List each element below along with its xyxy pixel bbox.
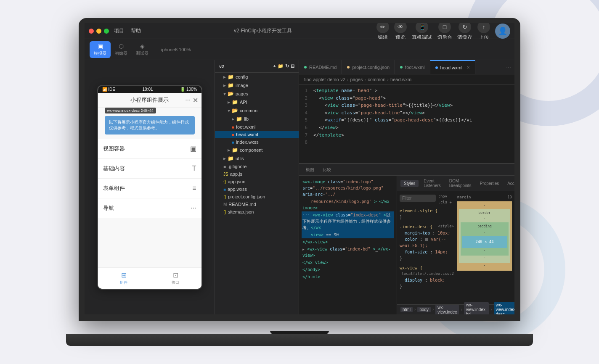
phone-content: wx-view.index-desc 240×44 以下将展示小程序官方组件能力… [98, 108, 201, 267]
html-tree-line-4[interactable]: view> == $0 [302, 231, 394, 238]
chevron-icon: ▶ [228, 148, 230, 152]
highlight-text: 以下将展示小程序官方组件能力，组件样式仅供参考，程式仅供参考。 [109, 119, 191, 131]
phone-list-item-2[interactable]: 表单组件 ≡ [98, 179, 201, 198]
toolbar-preview[interactable]: 👁 预览 [394, 23, 407, 41]
tree-item-head-wxml[interactable]: ■ head.wxml [215, 131, 299, 138]
toolbar-upload[interactable]: ↑ 上传 [477, 23, 490, 41]
menu-item-help[interactable]: 帮助 [131, 27, 141, 34]
background-icon: □ [438, 23, 451, 33]
phone-title-more[interactable]: ··· ✕ [185, 96, 198, 104]
tree-item-app-js[interactable]: JS app.js [215, 170, 299, 178]
component-nav-label: 组件 [120, 280, 127, 285]
device-btn-test[interactable]: ◈ 测试器 [132, 41, 153, 58]
styles-filter-input[interactable] [400, 195, 436, 202]
tree-item-readme[interactable]: M README.md [215, 200, 299, 208]
tab-head-wxml[interactable]: head.wxml ✕ [430, 60, 476, 74]
tab-close-icon[interactable]: ✕ [466, 65, 470, 70]
elem-tag-body[interactable]: body [417, 307, 431, 312]
breadcrumb-common[interactable]: common [368, 77, 385, 82]
tree-item-project-config[interactable]: {} project.config.json [215, 193, 299, 200]
html-tree-line-3[interactable]: ··· <wx-view class="index-desc" >以下将展示小程… [302, 211, 394, 231]
device-btn-initial[interactable]: ⬡ 初始器 [111, 41, 132, 58]
phone-list-item-0[interactable]: 视图容器 ▣ [98, 139, 201, 159]
device-selector-bar: ▣ 模拟器 ⬡ 初始器 ◈ 测试器 iphone6 100% [85, 39, 514, 60]
tree-item-sitemap[interactable]: {} sitemap.json [215, 208, 299, 216]
toolbar-simulator[interactable]: 📱 真机调试 [412, 23, 432, 41]
phone-nav-interface[interactable]: ⊡ 接口 [150, 268, 201, 289]
html-tree-line-7[interactable]: </wx-view> [302, 259, 394, 266]
phone-list-item-1[interactable]: 基础内容 T [98, 159, 201, 179]
tree-item-api[interactable]: ▶ 📁 API [215, 98, 299, 106]
initial-mode-icon: ⬡ [119, 43, 124, 50]
toolbar-cache[interactable]: ↻ 清缓存 [457, 23, 472, 41]
tree-item-utils[interactable]: ▶ 📁 utils [215, 154, 299, 163]
inspector-tab-compare[interactable]: 比较 [319, 166, 334, 174]
refresh-icon[interactable]: ↻ [285, 63, 289, 69]
tree-item-lib[interactable]: ▶ 📁 lib [215, 115, 299, 123]
phone-title-bar: 小程序组件展示 ··· ✕ [98, 93, 201, 108]
tree-item-gitignore[interactable]: ■ .gitignore [215, 163, 299, 170]
collapse-icon[interactable]: ⊟ [291, 63, 294, 69]
tree-item-component[interactable]: ▶ 📁 component [215, 146, 299, 154]
device-btn-simulator[interactable]: ▣ 模拟器 [90, 41, 111, 58]
tab-dot [435, 66, 438, 69]
tree-item-label: project.config.json [228, 194, 265, 199]
tree-item-label: sitemap.json [228, 209, 254, 214]
minimize-button[interactable] [96, 29, 101, 34]
tree-item-index-wxss[interactable]: ■ index.wxss [215, 138, 299, 146]
tree-item-config[interactable]: ▶ 📁 config [215, 73, 299, 81]
simulator-mode-label: 模拟器 [94, 50, 106, 56]
maximize-button[interactable] [104, 29, 109, 34]
toolbar-background[interactable]: □ 切后台 [437, 23, 452, 41]
new-folder-icon[interactable]: 📁 [278, 63, 284, 69]
element-breadcrumb: html › body › wx-view.index › wx-view.in… [397, 304, 514, 314]
html-tree-line-8[interactable]: </body> [302, 266, 394, 273]
laptop-base [66, 334, 533, 346]
breadcrumb-file[interactable]: head.wxml [390, 77, 413, 82]
html-tree-line-6[interactable]: ▶ <wx-view class="index-bd" >_</wx-view> [302, 245, 394, 259]
phone-container: 📶 IDE 10:01 🔋 100% 小程序组件展示 ··· ✕ [85, 60, 215, 314]
box-content-size: 240 × 44 [475, 240, 493, 244]
styles-tab-properties[interactable]: Properties [477, 180, 503, 187]
filter-hint: :hov .cls + [438, 194, 454, 205]
file-icon: {} [223, 210, 226, 214]
elem-tag-wx-view-hd[interactable]: wx-view.index-hd [464, 302, 489, 314]
html-tree-line-9[interactable]: </html> [302, 273, 394, 280]
breadcrumb-root[interactable]: fino-applet-demo-v2 [304, 77, 345, 82]
phone-nav-component[interactable]: ⊞ 组件 [98, 268, 150, 289]
tree-item-image[interactable]: ▶ 📁 image [215, 81, 299, 90]
file-icon: ■ [223, 187, 226, 192]
code-editor[interactable]: 1 <template name="head" > 2 [299, 84, 514, 163]
tab-foot-wxml[interactable]: foot.wxml [395, 60, 430, 74]
styles-tab-styles[interactable]: Styles [400, 180, 419, 187]
elem-tag-wx-view-desc[interactable]: wx-view.index-desc [494, 302, 514, 314]
styles-tab-dom[interactable]: DOM Breakpoints [446, 177, 475, 189]
tree-item-common[interactable]: ▶ 📂 common [215, 106, 299, 115]
close-button[interactable] [89, 29, 94, 34]
file-icon: ■ [232, 140, 234, 145]
user-avatar[interactable]: 👤 [495, 24, 510, 39]
breadcrumb-pages[interactable]: pages [350, 77, 363, 82]
html-tree-line-2[interactable]: resources/kind/logo.png" >_</wx-image> [302, 198, 394, 211]
html-tree-line-5[interactable]: </wx-view> [302, 238, 394, 245]
file-icon: M [223, 202, 227, 207]
tree-item-pages[interactable]: ▶ 📂 pages [215, 90, 299, 98]
tree-item-foot-wxml[interactable]: ■ foot.wxml [215, 123, 299, 131]
tree-item-app-wxss[interactable]: ■ app.wxss [215, 185, 299, 193]
styles-tab-events[interactable]: Event Listeners [420, 177, 444, 189]
tab-project-config[interactable]: project.config.json [342, 60, 395, 74]
menu-item-project[interactable]: 项目 [114, 27, 124, 34]
elem-tag-html[interactable]: html [400, 307, 413, 312]
laptop-notch [270, 331, 329, 334]
tree-item-app-json[interactable]: {} app.json [215, 178, 299, 185]
tab-more-button[interactable]: ··· [503, 60, 514, 74]
tree-header-icons: + 📁 ↻ ⊟ [273, 63, 294, 69]
styles-tab-accessibility[interactable]: Accessibility [504, 180, 514, 187]
inspector-tab-overview[interactable]: 概图 [302, 166, 318, 174]
phone-list-item-3[interactable]: 导航 ··· [98, 198, 201, 218]
elem-tag-wx-view-index[interactable]: wx-view.index [435, 305, 459, 315]
new-file-icon[interactable]: + [273, 63, 276, 69]
toolbar-edit[interactable]: ✏ 编辑 [376, 23, 389, 41]
tab-readme[interactable]: README.md [299, 60, 342, 74]
html-tree-line-1[interactable]: <wx-image class="index-logo" src="../res… [302, 178, 394, 198]
